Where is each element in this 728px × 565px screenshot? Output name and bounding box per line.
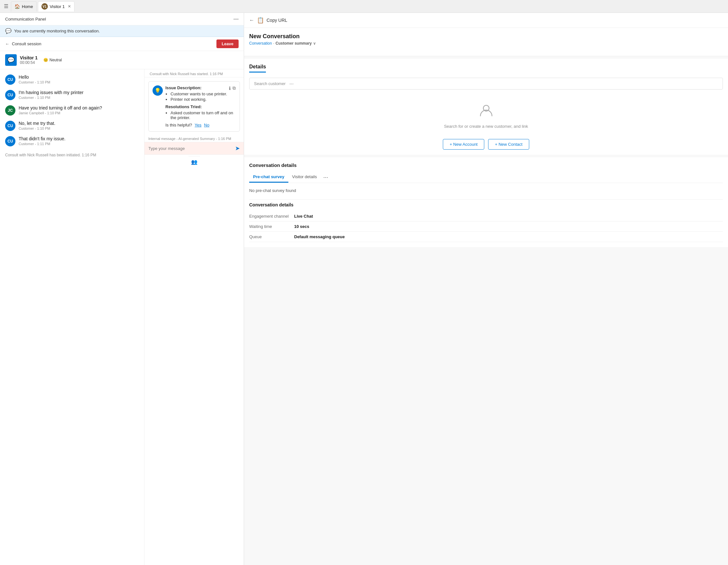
tab-pre-chat-survey[interactable]: Pre-chat survey xyxy=(249,172,288,183)
engagement-value: Live Chat xyxy=(294,214,313,219)
consult-bar: ← Consult session Leave xyxy=(0,37,244,51)
right-panel: ← 📋 Copy URL New Conversation Conversati… xyxy=(244,13,728,565)
sentiment-icon: 😐 xyxy=(43,58,48,62)
ai-copy-button[interactable]: ⧉ xyxy=(232,85,236,91)
ai-icon: 💡 xyxy=(153,85,163,96)
ai-summary-container: 💡 Issue Description: Customer wants to u… xyxy=(145,77,244,136)
main-container: Communication Panel — 💬 You are currentl… xyxy=(0,13,728,565)
back-button[interactable]: ← xyxy=(249,17,254,23)
message-content: Hello Customer - 1:10 PM xyxy=(19,75,50,84)
no-link[interactable]: No xyxy=(204,123,209,128)
tab-home[interactable]: 🏠 Home xyxy=(11,1,37,12)
queue-label: Queue xyxy=(249,234,294,239)
message-text: No, let me try that. xyxy=(19,121,55,126)
engagement-label: Engagement channel xyxy=(249,214,294,219)
search-customer-dashes: --- xyxy=(289,81,294,86)
new-contact-button[interactable]: + New Contact xyxy=(488,139,529,150)
search-customer-box[interactable]: Search customer --- xyxy=(249,78,723,90)
leave-button[interactable]: Leave xyxy=(216,40,239,48)
resolution-item: Asked customer to turn off and on the pr… xyxy=(171,110,236,120)
add-people-button[interactable]: 👥 xyxy=(189,156,200,168)
message-input-area: ➤ xyxy=(145,142,244,155)
ai-summary-timestamp: Internal message - AI-generated Summary … xyxy=(145,136,244,142)
comm-panel-title: Communication Panel xyxy=(5,17,46,22)
cu-avatar: CU xyxy=(5,121,15,131)
chat-area: CU Hello Customer - 1:10 PM CU I'm havin… xyxy=(0,69,244,565)
chat-right-panel: Consult with Nick Russell has started. 1… xyxy=(144,69,244,565)
ai-summary-header: Consult with Nick Russell has started. 1… xyxy=(145,69,244,77)
conv-details-sub-title: Conversation details xyxy=(249,202,723,208)
cu-avatar: CU xyxy=(5,136,15,146)
details-title: Details xyxy=(249,64,266,73)
new-account-button[interactable]: + New Account xyxy=(443,139,484,150)
consult-back-icon: ← xyxy=(5,41,9,46)
consult-left: ← Consult session xyxy=(5,41,41,46)
resolution-list: Asked customer to turn off and on the pr… xyxy=(165,110,236,120)
title-bar: ☰ 🏠 Home V1 Visitor 1 ✕ xyxy=(0,0,728,13)
more-tabs-button[interactable]: ··· xyxy=(321,173,331,182)
breadcrumb-conversation[interactable]: Conversation xyxy=(249,41,272,46)
conversation-details-section: Conversation details Pre-chat survey Vis… xyxy=(244,157,728,247)
helpful-row: Is this helpful? Yes No xyxy=(165,123,236,128)
monitor-icon: 💬 xyxy=(5,28,12,34)
message-meta: Customer - 1:10 PM xyxy=(19,96,83,100)
waiting-label: Waiting time xyxy=(249,224,294,229)
search-customer-label: Search customer xyxy=(254,81,285,86)
tab-home-label: Home xyxy=(22,4,33,9)
visitor-time: 00:00:54 xyxy=(20,60,38,65)
message-row: CU That didn't fix my issue. Customer - … xyxy=(5,136,139,146)
tab-visitor[interactable]: V1 Visitor 1 ✕ xyxy=(38,1,75,12)
consult-started-text: Consult with Nick Russell has started. 1… xyxy=(150,72,223,76)
copy-url-label[interactable]: Copy URL xyxy=(267,18,287,23)
customer-placeholder-icon xyxy=(478,102,494,121)
tab-visitor-details[interactable]: Visitor details xyxy=(288,172,321,183)
send-button[interactable]: ➤ xyxy=(235,145,240,152)
message-text: Hello xyxy=(19,75,50,80)
breadcrumb: Conversation · Customer summary ∨ xyxy=(249,41,723,46)
message-content: I'm having issues with my printer Custom… xyxy=(19,90,83,100)
conversation-details-tabs: Pre-chat survey Visitor details ··· xyxy=(249,172,723,183)
home-icon: 🏠 xyxy=(14,4,20,9)
detail-row-engagement: Engagement channel Live Chat xyxy=(249,211,723,222)
visitor-avatar: 💬 xyxy=(5,54,17,66)
message-content: No, let me try that. Customer - 1:10 PM xyxy=(19,121,55,130)
conversation-details-title: Conversation details xyxy=(249,163,723,168)
message-input[interactable] xyxy=(148,146,232,151)
sentiment-indicator: 😐 Neutral xyxy=(43,58,62,62)
consult-label: Consult session xyxy=(12,41,41,46)
visitor-details: Visitor 1 00:00:54 xyxy=(20,55,38,65)
hamburger-menu[interactable]: ☰ xyxy=(3,2,10,11)
waiting-value: 10 secs xyxy=(294,224,309,229)
customer-placeholder: Search for or create a new customer, and… xyxy=(249,96,723,135)
issue-item: Customer wants to use printer. xyxy=(171,92,236,96)
message-text: Have you tried turning it off and on aga… xyxy=(19,105,102,110)
sentiment-label: Neutral xyxy=(49,58,62,62)
visitor-info-bar: 💬 Visitor 1 00:00:54 😐 Neutral xyxy=(0,51,244,69)
add-people-bar: 👥 xyxy=(145,155,244,169)
issue-list: Customer wants to use printer. Printer n… xyxy=(165,92,236,102)
breadcrumb-chevron[interactable]: ∨ xyxy=(313,41,316,46)
divider xyxy=(249,199,723,200)
visitor-tab-label: Visitor 1 xyxy=(50,4,65,9)
message-row: CU I'm having issues with my printer Cus… xyxy=(5,90,139,100)
queue-value: Default messaging queue xyxy=(294,234,345,239)
message-text: I'm having issues with my printer xyxy=(19,90,83,95)
helpful-label: Is this helpful? xyxy=(165,123,192,128)
detail-row-waiting: Waiting time 10 secs xyxy=(249,222,723,232)
ai-summary-box: 💡 Issue Description: Customer wants to u… xyxy=(148,81,240,132)
breadcrumb-customer-summary: Customer summary xyxy=(276,41,312,46)
message-meta: Customer - 1:11 PM xyxy=(19,142,66,146)
ai-content: Issue Description: Customer wants to use… xyxy=(165,85,236,128)
yes-link[interactable]: Yes xyxy=(195,123,201,128)
no-survey-text: No pre-chat survey found xyxy=(249,188,723,193)
message-meta: Customer - 1:10 PM xyxy=(19,80,50,84)
ai-info-button[interactable]: ℹ xyxy=(229,85,231,91)
message-text: That didn't fix my issue. xyxy=(19,136,66,141)
message-content: That didn't fix my issue. Customer - 1:1… xyxy=(19,136,66,146)
message-meta: Customer - 1:10 PM xyxy=(19,127,55,130)
tab-close-icon[interactable]: ✕ xyxy=(68,4,71,9)
visitor-tab-avatar: V1 xyxy=(41,3,48,10)
copy-url-icon: 📋 xyxy=(257,17,264,24)
minimize-icon[interactable]: — xyxy=(233,16,239,22)
system-message-consult-initiated: Consult with Nick Russell has been initi… xyxy=(5,152,139,159)
